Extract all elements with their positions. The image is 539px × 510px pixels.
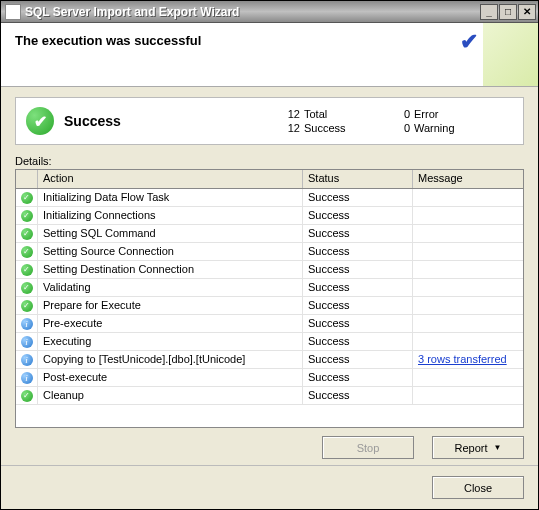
table-row[interactable]: ✓Prepare for ExecuteSuccess: [16, 297, 523, 315]
cell-message: [413, 207, 523, 224]
table-row[interactable]: iExecutingSuccess: [16, 333, 523, 351]
cell-message: [413, 387, 523, 404]
cell-action: Setting SQL Command: [38, 225, 303, 242]
cell-status: Success: [303, 189, 413, 206]
table-row[interactable]: iCopying to [TestUnicode].[dbo].[tUnicod…: [16, 351, 523, 369]
cell-status: Success: [303, 261, 413, 278]
info-icon: i: [16, 333, 38, 350]
success-icon: ✓: [16, 279, 38, 296]
success-icon: ✓: [16, 261, 38, 278]
cell-action: Copying to [TestUnicode].[dbo].[tUnicode…: [38, 351, 303, 368]
summary-panel: ✔ Success 12 Total 0 Error 12 Success 0 …: [15, 97, 524, 145]
wizard-window: SQL Server Import and Export Wizard _ □ …: [0, 0, 539, 510]
info-icon: i: [16, 369, 38, 386]
cell-status: Success: [303, 243, 413, 260]
window-title: SQL Server Import and Export Wizard: [25, 5, 479, 19]
close-window-button[interactable]: ✕: [518, 4, 536, 20]
table-row[interactable]: ✓Initializing ConnectionsSuccess: [16, 207, 523, 225]
warning-label: Warning: [414, 122, 494, 134]
message-link[interactable]: 3 rows transferred: [418, 353, 507, 365]
col-message[interactable]: Message: [413, 170, 523, 188]
cell-status: Success: [303, 225, 413, 242]
success-icon: ✓: [16, 225, 38, 242]
header-message: The execution was successful: [1, 23, 538, 58]
report-button[interactable]: Report ▼: [432, 436, 524, 459]
cell-message: [413, 279, 523, 296]
close-button[interactable]: Close: [432, 476, 524, 499]
maximize-button[interactable]: □: [499, 4, 517, 20]
cell-message: [413, 225, 523, 242]
content-area: ✔ Success 12 Total 0 Error 12 Success 0 …: [1, 87, 538, 465]
cell-message: [413, 261, 523, 278]
error-count: 0: [384, 108, 414, 120]
cell-status: Success: [303, 297, 413, 314]
table-row[interactable]: iPre-executeSuccess: [16, 315, 523, 333]
success-icon: ✓: [16, 189, 38, 206]
success-count: 12: [274, 122, 304, 134]
close-button-label: Close: [464, 482, 492, 494]
success-icon: ✓: [16, 207, 38, 224]
titlebar: SQL Server Import and Export Wizard _ □ …: [1, 1, 538, 23]
total-count: 12: [274, 108, 304, 120]
success-label: Success: [304, 122, 384, 134]
cell-status: Success: [303, 315, 413, 332]
header-graphic-icon: [483, 23, 538, 87]
dropdown-arrow-icon: ▼: [494, 443, 502, 452]
warning-count: 0: [384, 122, 414, 134]
info-icon: i: [16, 351, 38, 368]
cell-message: [413, 243, 523, 260]
table-row[interactable]: ✓ValidatingSuccess: [16, 279, 523, 297]
action-button-row: Stop Report ▼: [15, 436, 524, 459]
success-checkmark-icon: ✔: [460, 29, 478, 55]
cell-action: Setting Source Connection: [38, 243, 303, 260]
summary-success-icon: ✔: [26, 107, 54, 135]
info-icon: i: [16, 315, 38, 332]
col-icon[interactable]: [16, 170, 38, 188]
success-icon: ✓: [16, 243, 38, 260]
table-row[interactable]: ✓CleanupSuccess: [16, 387, 523, 405]
window-controls: _ □ ✕: [479, 4, 536, 20]
cell-action: Initializing Connections: [38, 207, 303, 224]
total-label: Total: [304, 108, 384, 120]
cell-action: Post-execute: [38, 369, 303, 386]
cell-action: Pre-execute: [38, 315, 303, 332]
cell-status: Success: [303, 279, 413, 296]
report-button-label: Report: [455, 442, 488, 454]
cell-action: Executing: [38, 333, 303, 350]
cell-message: [413, 315, 523, 332]
grid-header: Action Status Message: [16, 170, 523, 189]
cell-message: 3 rows transferred: [413, 351, 523, 368]
minimize-button[interactable]: _: [480, 4, 498, 20]
col-status[interactable]: Status: [303, 170, 413, 188]
stop-button: Stop: [322, 436, 414, 459]
success-icon: ✓: [16, 297, 38, 314]
cell-action: Setting Destination Connection: [38, 261, 303, 278]
app-icon: [5, 4, 21, 20]
details-label: Details:: [15, 155, 524, 167]
footer: Close: [1, 465, 538, 509]
summary-stats: 12 Total 0 Error 12 Success 0 Warning: [274, 108, 494, 134]
summary-title: Success: [64, 113, 274, 129]
header-panel: The execution was successful ✔: [1, 23, 538, 87]
table-row[interactable]: ✓Initializing Data Flow TaskSuccess: [16, 189, 523, 207]
cell-message: [413, 297, 523, 314]
cell-status: Success: [303, 333, 413, 350]
cell-status: Success: [303, 207, 413, 224]
table-row[interactable]: ✓Setting Source ConnectionSuccess: [16, 243, 523, 261]
grid-body: ✓Initializing Data Flow TaskSuccess✓Init…: [16, 189, 523, 405]
cell-status: Success: [303, 387, 413, 404]
cell-action: Cleanup: [38, 387, 303, 404]
table-row[interactable]: ✓Setting SQL CommandSuccess: [16, 225, 523, 243]
error-label: Error: [414, 108, 494, 120]
col-action[interactable]: Action: [38, 170, 303, 188]
cell-message: [413, 369, 523, 386]
details-grid: Action Status Message ✓Initializing Data…: [15, 169, 524, 428]
cell-message: [413, 189, 523, 206]
cell-action: Validating: [38, 279, 303, 296]
cell-action: Prepare for Execute: [38, 297, 303, 314]
table-row[interactable]: ✓Setting Destination ConnectionSuccess: [16, 261, 523, 279]
table-row[interactable]: iPost-executeSuccess: [16, 369, 523, 387]
success-icon: ✓: [16, 387, 38, 404]
cell-status: Success: [303, 369, 413, 386]
cell-action: Initializing Data Flow Task: [38, 189, 303, 206]
